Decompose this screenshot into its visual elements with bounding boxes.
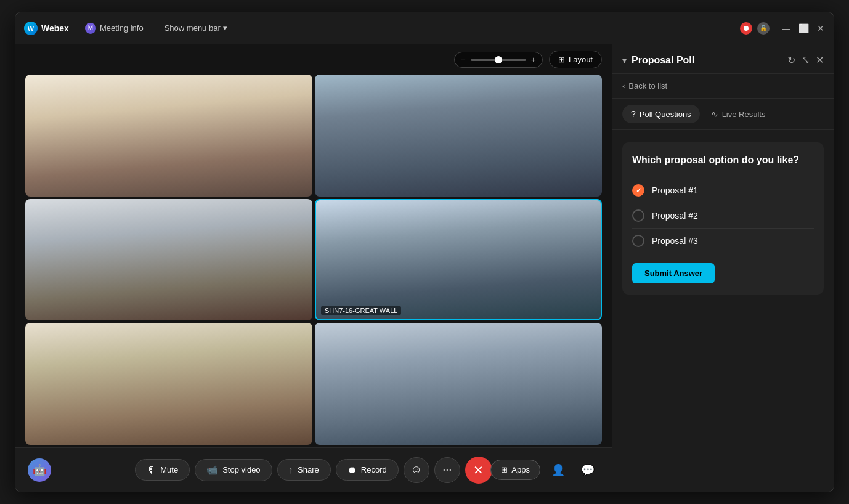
record-icon: ⏺ bbox=[347, 465, 357, 475]
back-arrow-icon: ‹ bbox=[622, 81, 625, 91]
video-cell-2 bbox=[315, 75, 602, 197]
user-avatar: 🤖 bbox=[28, 458, 51, 482]
share-icon: ↑ bbox=[289, 465, 294, 475]
poll-option-3[interactable]: Proposal #3 bbox=[632, 229, 814, 253]
mute-button[interactable]: 🎙 Mute bbox=[135, 459, 190, 481]
layout-button[interactable]: ⊞ Layout bbox=[549, 51, 602, 68]
mic-icon: 🎙 bbox=[147, 465, 156, 475]
minimize-button[interactable]: — bbox=[782, 24, 790, 33]
maximize-button[interactable]: ⬜ bbox=[799, 24, 808, 33]
person-video-5 bbox=[25, 323, 312, 445]
video-cell-label-4: SHN7-16-GREAT WALL bbox=[321, 306, 401, 315]
layout-icon: ⊞ bbox=[558, 55, 565, 64]
panel-header: ▾ Proposal Poll ↻ ⤡ ✕ bbox=[612, 44, 834, 74]
video-cell-4: SHN7-16-GREAT WALL bbox=[315, 199, 602, 321]
end-call-button[interactable]: ✕ bbox=[465, 457, 492, 484]
more-options-button[interactable]: ··· bbox=[434, 457, 460, 483]
meeting-info-icon: M bbox=[85, 23, 96, 34]
tab-poll-questions-label: Poll Questions bbox=[640, 110, 691, 119]
app-name: Webex bbox=[41, 23, 69, 33]
emoji-reaction-button[interactable]: ☺ bbox=[404, 457, 429, 483]
submit-answer-button[interactable]: Submit Answer bbox=[632, 263, 715, 283]
person-video-2 bbox=[315, 75, 602, 197]
person-video-4 bbox=[316, 200, 601, 320]
panel-nav: ‹ Back to list bbox=[612, 74, 834, 99]
stop-video-label: Stop video bbox=[222, 465, 260, 474]
webex-logo: W Webex bbox=[24, 22, 69, 35]
video-toolbar: − + ⊞ Layout bbox=[15, 44, 612, 75]
video-cell-1 bbox=[25, 75, 312, 197]
zoom-slider-thumb bbox=[495, 56, 502, 63]
record-label: Record bbox=[361, 465, 387, 474]
stop-video-button[interactable]: 📹 Stop video bbox=[195, 459, 272, 481]
chat-button[interactable]: 💬 bbox=[576, 458, 599, 482]
webex-logo-icon: W bbox=[24, 22, 38, 35]
apps-grid-icon: ⊞ bbox=[501, 465, 508, 474]
back-to-list-link[interactable]: ‹ Back to list bbox=[622, 81, 824, 91]
rec-indicator-icon bbox=[740, 22, 752, 35]
participants-icon: 👤 bbox=[551, 463, 565, 477]
panel-collapse-icon[interactable]: ▾ bbox=[622, 55, 627, 65]
show-menu-button[interactable]: Show menu bar ▾ bbox=[160, 21, 232, 35]
main-content: − + ⊞ Layout bbox=[15, 44, 834, 492]
right-panel: ▾ Proposal Poll ↻ ⤡ ✕ ‹ Back to list ? bbox=[612, 44, 834, 492]
poll-option-1[interactable]: Proposal #1 bbox=[632, 178, 814, 203]
mute-label: Mute bbox=[160, 465, 178, 474]
share-button[interactable]: ↑ Share bbox=[277, 459, 331, 481]
tab-live-results-label: Live Results bbox=[722, 110, 766, 119]
record-button[interactable]: ⏺ Record bbox=[336, 459, 399, 481]
title-bar: W Webex M Meeting info Show menu bar ▾ 🔒… bbox=[15, 12, 834, 44]
meeting-info-button[interactable]: M Meeting info bbox=[80, 20, 148, 36]
emoji-icon: ☺ bbox=[411, 463, 422, 476]
video-area: − + ⊞ Layout bbox=[15, 44, 612, 492]
video-cell-6 bbox=[315, 323, 602, 445]
poll-question-text: Which proposal option do you like? bbox=[632, 153, 814, 167]
zoom-slider[interactable] bbox=[471, 59, 526, 61]
more-options-icon: ··· bbox=[442, 463, 452, 476]
lock-icon: 🔒 bbox=[757, 22, 770, 35]
bottom-bar: 🤖 🎙 Mute 📹 Stop video ↑ Share ⏺ Record bbox=[15, 447, 612, 492]
tab-live-results[interactable]: ∿ Live Results bbox=[702, 105, 774, 123]
panel-refresh-icon[interactable]: ↻ bbox=[787, 54, 795, 66]
panel-title: Proposal Poll bbox=[632, 55, 782, 66]
title-bar-right: 🔒 — ⬜ ✕ bbox=[740, 22, 825, 35]
person-video-1 bbox=[25, 75, 312, 197]
video-cell-3 bbox=[25, 199, 312, 321]
apps-button[interactable]: ⊞ Apps bbox=[490, 460, 540, 480]
person-video-6 bbox=[315, 323, 602, 445]
person-video-3 bbox=[25, 199, 312, 321]
zoom-out-icon[interactable]: − bbox=[461, 55, 466, 65]
zoom-in-icon[interactable]: + bbox=[531, 55, 536, 65]
chevron-down-icon: ▾ bbox=[223, 23, 227, 33]
title-bar-left: W Webex M Meeting info Show menu bar ▾ bbox=[24, 20, 232, 36]
poll-option-2[interactable]: Proposal #2 bbox=[632, 203, 814, 229]
app-window: W Webex M Meeting info Show menu bar ▾ 🔒… bbox=[15, 12, 834, 492]
zoom-control[interactable]: − + bbox=[454, 52, 543, 68]
poll-radio-2[interactable] bbox=[632, 209, 644, 222]
window-controls: — ⬜ ✕ bbox=[782, 24, 825, 33]
poll-radio-1[interactable] bbox=[632, 184, 644, 197]
poll-radio-3[interactable] bbox=[632, 235, 644, 247]
poll-option-2-label: Proposal #2 bbox=[652, 211, 698, 221]
video-icon: 📹 bbox=[206, 465, 218, 476]
apps-label: Apps bbox=[511, 465, 530, 474]
panel-close-icon[interactable]: ✕ bbox=[816, 54, 824, 66]
back-label: Back to list bbox=[628, 81, 667, 91]
poll-option-1-label: Proposal #1 bbox=[652, 185, 698, 195]
close-button[interactable]: ✕ bbox=[816, 24, 825, 33]
meeting-info-label: Meeting info bbox=[100, 23, 144, 33]
panel-body: Which proposal option do you like? Propo… bbox=[612, 130, 834, 492]
poll-option-3-label: Proposal #3 bbox=[652, 236, 698, 246]
chat-icon: 💬 bbox=[581, 463, 595, 477]
end-call-icon: ✕ bbox=[473, 463, 484, 478]
participants-button[interactable]: 👤 bbox=[546, 458, 570, 482]
panel-expand-icon[interactable]: ⤡ bbox=[802, 54, 810, 66]
svg-point-0 bbox=[744, 26, 749, 31]
poll-questions-icon: ? bbox=[631, 109, 636, 119]
share-label: Share bbox=[298, 465, 319, 474]
video-cell-5 bbox=[25, 323, 312, 445]
show-menu-label: Show menu bar bbox=[165, 23, 221, 33]
live-results-icon: ∿ bbox=[711, 109, 718, 119]
panel-icons: ↻ ⤡ ✕ bbox=[787, 54, 824, 66]
tab-poll-questions[interactable]: ? Poll Questions bbox=[622, 105, 700, 123]
